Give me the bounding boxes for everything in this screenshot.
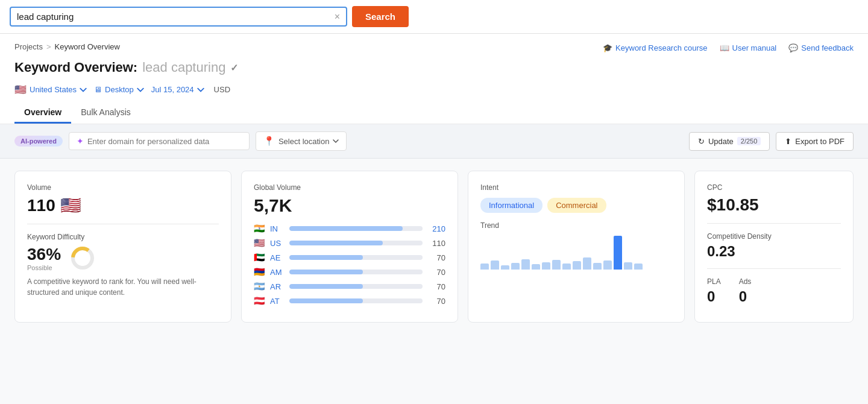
trend-bar (491, 260, 499, 270)
location-button[interactable]: 📍 Select location (256, 131, 347, 151)
global-volume-card: Global Volume 5,7K 🇮🇳 IN 210 🇺🇸 US 110 🇦… (241, 171, 458, 323)
update-button[interactable]: ↻ Update 2/250 (689, 132, 770, 151)
manual-link[interactable]: 📖 User manual (720, 43, 777, 52)
trend-bar (634, 264, 643, 270)
bar-value: 70 (427, 268, 445, 277)
feedback-icon: 💬 (788, 43, 798, 52)
header-links: 🎓 Keyword Research course 📖 User manual … (603, 43, 854, 52)
gv-label: Global Volume (254, 183, 445, 192)
pla-label: PLA (707, 277, 721, 286)
trend-bar (573, 261, 581, 270)
search-input[interactable] (17, 11, 330, 22)
cpc-value: $10.85 (707, 195, 841, 215)
trend-bar (562, 264, 571, 270)
country-flag: 🇦🇹 (254, 295, 265, 306)
kd-description: A competitive keyword to rank for. You w… (27, 276, 219, 298)
bar-value: 70 (427, 297, 445, 306)
bar-value: 70 (427, 253, 445, 262)
bar-bg (289, 298, 423, 303)
header-area: Projects > Keyword Overview 🎓 Keyword Re… (0, 34, 868, 124)
bar-bg (289, 241, 423, 245)
domain-input-wrap: ✦ (69, 132, 250, 150)
trend-bar (552, 260, 561, 270)
country-flag: 🇦🇷 (254, 281, 265, 292)
ads-label: Ads (739, 277, 752, 286)
feedback-link[interactable]: 💬 Send feedback (788, 43, 854, 52)
country-flag: 🇮🇳 (254, 223, 265, 234)
trend-bar (521, 259, 530, 270)
cpc-label: CPC (707, 183, 841, 192)
country-code: AM (270, 268, 285, 277)
trend-bar (614, 236, 622, 270)
toolbar-right: ↻ Update 2/250 ⬆ Export to PDF (689, 132, 854, 151)
ads-value: 0 (739, 288, 752, 305)
bar-fill (289, 284, 363, 289)
list-item: 🇺🇸 US 110 (254, 238, 445, 248)
course-link[interactable]: 🎓 Keyword Research course (603, 43, 707, 52)
badge-commercial: Commercial (547, 198, 606, 213)
country-flag: 🇺🇸 (254, 238, 265, 248)
bar-fill (289, 270, 363, 274)
export-button[interactable]: ⬆ Export to PDF (776, 132, 854, 151)
trend-bar (583, 257, 591, 270)
ads-section: Ads 0 (739, 277, 752, 305)
country-rows: 🇮🇳 IN 210 🇺🇸 US 110 🇦🇪 AE 70 🇦🇲 AM (254, 223, 445, 306)
verified-icon: ✓ (230, 62, 238, 74)
bar-bg (289, 270, 423, 274)
search-button[interactable]: Search (352, 6, 409, 27)
country-code: AT (270, 297, 285, 306)
gv-value: 5,7K (254, 195, 445, 216)
country-flag: 🇦🇪 (254, 252, 265, 263)
domain-input[interactable] (87, 137, 242, 146)
bar-fill (289, 255, 363, 260)
bar-fill (289, 298, 363, 303)
trend-bar (624, 262, 632, 270)
bar-fill (289, 226, 403, 231)
filter-row: 🇺🇸 United States 🖥 Desktop Jul 15, 2024 … (14, 78, 854, 96)
country-code: US (270, 239, 285, 248)
breadcrumb-projects[interactable]: Projects (14, 42, 43, 51)
country-filter[interactable]: 🇺🇸 United States (14, 83, 87, 96)
bar-value: 110 (427, 239, 445, 248)
page-title: Keyword Overview: lead capturing ✓ (14, 56, 854, 78)
search-bar: × Search (0, 0, 868, 34)
tab-overview[interactable]: Overview (14, 103, 71, 124)
cd-value: 0.23 (707, 243, 841, 260)
location-icon: 📍 (263, 136, 275, 147)
list-item: 🇦🇷 AR 70 (254, 281, 445, 292)
tabs: Overview Bulk Analysis (14, 96, 854, 124)
device-filter[interactable]: 🖥 Desktop (94, 84, 144, 95)
bar-value: 70 (427, 282, 445, 291)
kd-row: 36% Possible (27, 245, 219, 271)
clear-icon[interactable]: × (335, 12, 340, 22)
trend-label: Trend (480, 221, 672, 230)
chevron-down-icon (137, 86, 144, 93)
sparkle-icon: ✦ (77, 136, 84, 146)
book-icon: 📖 (720, 43, 729, 52)
volume-kd-card: Volume 110 🇺🇸 Keyword Difficulty 36% Pos… (14, 171, 231, 323)
country-flag: 🇦🇲 (254, 267, 265, 277)
chevron-down-icon (197, 86, 204, 93)
date-filter[interactable]: Jul 15, 2024 (151, 84, 204, 95)
us-flag-icon: 🇺🇸 (14, 84, 27, 95)
graduation-icon: 🎓 (603, 43, 612, 52)
breadcrumb-current: Keyword Overview (55, 42, 120, 51)
chevron-down-icon (333, 139, 339, 143)
bar-bg (289, 284, 423, 289)
search-input-wrap: × (10, 7, 347, 27)
intent-card: Intent Informational Commercial Trend (468, 171, 685, 323)
list-item: 🇮🇳 IN 210 (254, 223, 445, 234)
bar-bg (289, 226, 423, 231)
content-area: Volume 110 🇺🇸 Keyword Difficulty 36% Pos… (0, 159, 868, 335)
header-top-row: Projects > Keyword Overview 🎓 Keyword Re… (14, 40, 854, 56)
kd-label: Keyword Difficulty (27, 233, 219, 241)
pla-section: PLA 0 (707, 277, 721, 305)
intent-label: Intent (480, 183, 672, 192)
bar-value: 210 (427, 224, 445, 233)
toolbar: AI-powered ✦ 📍 Select location ↻ Update … (0, 124, 868, 159)
kd-value: 36% (27, 245, 61, 264)
tab-bulk[interactable]: Bulk Analysis (71, 103, 140, 124)
intent-badges: Informational Commercial (480, 198, 672, 213)
trend-bar (593, 263, 602, 270)
ai-badge: AI-powered (14, 136, 63, 147)
